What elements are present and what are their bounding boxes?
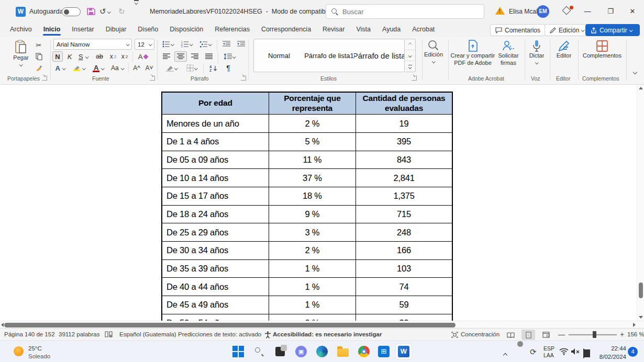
tab-referencias[interactable]: Referencias — [209, 23, 256, 36]
task-view-button[interactable] — [272, 344, 288, 359]
vertical-scroll-thumb[interactable] — [639, 282, 643, 298]
borders-button[interactable] — [183, 63, 200, 73]
pilcrow-button[interactable]: ¶ — [223, 63, 234, 73]
font-name-combo[interactable]: Arial Narrow — [53, 39, 132, 50]
decrease-indent-button[interactable] — [220, 39, 232, 49]
page-indicator[interactable]: Página 140 de 152 — [4, 329, 55, 341]
tray-expand-button[interactable] — [504, 349, 507, 359]
tab-inicio[interactable]: Inicio — [38, 23, 66, 36]
close-button[interactable]: ✕ — [621, 0, 644, 23]
justify-button[interactable] — [203, 51, 215, 62]
align-center-button[interactable] — [174, 51, 187, 62]
style-parrafo-de-lista[interactable]: Párrafo de lista — [354, 39, 404, 72]
copy-button[interactable] — [32, 51, 45, 62]
multilevel-list-button[interactable] — [198, 39, 214, 49]
restore-button[interactable]: ❐ — [599, 0, 622, 23]
focus-mode-button[interactable]: Concentración — [461, 329, 499, 341]
shading-button[interactable] — [163, 63, 180, 73]
horizontal-scroll-thumb[interactable] — [4, 323, 456, 327]
numbering-button[interactable]: 123 — [179, 39, 195, 49]
print-layout-button[interactable] — [521, 330, 535, 340]
vertical-scrollbar[interactable] — [637, 85, 644, 321]
document-area[interactable]: Por edad Porcentaje que representa Canti… — [0, 85, 644, 328]
scroll-down-arrow[interactable] — [639, 316, 643, 319]
subscript-button[interactable]: x2 — [108, 51, 118, 62]
accessibility-status[interactable]: Accesibilidad: es necesario investigar — [273, 329, 382, 341]
line-spacing-button[interactable] — [221, 51, 238, 62]
proofing-icon[interactable] — [105, 331, 113, 338]
warning-icon[interactable] — [495, 7, 505, 15]
wifi-icon[interactable] — [559, 348, 569, 355]
styles-dialog-launcher[interactable] — [412, 75, 417, 81]
tab-archivo[interactable]: Archivo — [4, 23, 38, 36]
bold-button[interactable]: N — [52, 51, 63, 62]
text-predictions[interactable]: Predicciones de texto: activado — [178, 329, 261, 341]
save-icon[interactable] — [87, 7, 95, 16]
grow-font-button[interactable]: A^ — [131, 63, 142, 73]
taskbar-search-button[interactable] — [251, 344, 267, 359]
zoom-out-button[interactable]: — — [558, 329, 565, 341]
change-case-button[interactable]: Aa — [109, 63, 126, 73]
scroll-right-arrow[interactable] — [633, 323, 636, 327]
bullets-button[interactable] — [160, 39, 176, 49]
edge-button[interactable] — [314, 344, 330, 359]
tab-insertar[interactable]: Insertar — [66, 23, 99, 36]
read-mode-button[interactable] — [504, 330, 517, 340]
zoom-slider[interactable] — [569, 334, 617, 335]
superscript-button[interactable]: x2 — [119, 51, 130, 62]
store-button[interactable]: ⊞ — [376, 344, 392, 359]
tab-ayuda[interactable]: Ayuda — [376, 23, 406, 36]
zoom-in-button[interactable]: + — [620, 329, 624, 341]
weather-text[interactable]: 25°C Soleado — [28, 345, 50, 360]
editor-button[interactable]: Editor — [552, 40, 576, 60]
styles-gallery-expand[interactable] — [405, 61, 415, 72]
styles-scroll-up[interactable] — [405, 39, 415, 50]
font-color-button[interactable]: A — [90, 63, 107, 73]
clipboard-dialog-launcher[interactable] — [42, 75, 47, 81]
clock[interactable]: 22:44 8/02/2024 — [597, 345, 626, 361]
word-taskbar-button[interactable]: W — [396, 344, 412, 359]
avatar[interactable]: EM — [537, 5, 549, 18]
cut-button[interactable]: ✂ — [32, 40, 45, 50]
style-parrafo-de-lista1[interactable]: Párrafo de lista1 — [304, 39, 354, 72]
chat-button[interactable]: ▣ — [293, 344, 309, 359]
battery-icon[interactable] — [583, 349, 584, 358]
clear-format-button[interactable]: A — [136, 51, 150, 62]
font-size-combo[interactable]: 12 — [135, 39, 154, 50]
sort-button[interactable]: AZ — [206, 63, 221, 73]
customize-toolbar-icon[interactable] — [134, 0, 139, 23]
horizontal-scrollbar[interactable] — [0, 321, 644, 328]
keyboard-language[interactable]: ESP LAA — [543, 345, 554, 359]
font-dialog-launcher[interactable] — [150, 75, 155, 81]
shrink-font-button[interactable]: A˅ — [143, 63, 155, 73]
scroll-up-arrow[interactable] — [639, 87, 643, 89]
tab-diseno[interactable]: Diseño — [132, 23, 164, 36]
styles-scroll-down[interactable] — [405, 50, 415, 61]
highlight-button[interactable] — [70, 63, 88, 73]
create-pdf-button[interactable]: Crear y compartir PDF de Adobe — [450, 40, 495, 67]
minimize-button[interactable]: — — [576, 0, 599, 23]
tab-acrobat[interactable]: Acrobat — [406, 23, 440, 36]
search-bar[interactable] — [326, 4, 484, 19]
mute-icon[interactable] — [571, 348, 580, 355]
undo-button[interactable]: ↺ — [99, 0, 110, 23]
find-menu-button[interactable]: Edición — [422, 40, 445, 62]
web-layout-button[interactable] — [539, 330, 553, 340]
tab-dibujar[interactable]: Dibujar — [100, 23, 132, 36]
language-indicator[interactable]: Español (Guatemala) — [119, 329, 176, 341]
user-name[interactable]: Elisa Mcal — [509, 0, 538, 23]
collapse-ribbon-button[interactable] — [629, 67, 641, 77]
format-painter-button[interactable] — [32, 63, 45, 73]
comments-button[interactable]: Comentarios — [490, 24, 546, 36]
word-count[interactable]: 39112 palabras — [59, 329, 99, 341]
zoom-level[interactable]: 156 % — [627, 329, 644, 341]
align-left-button[interactable] — [160, 51, 173, 62]
weather-widget[interactable] — [14, 346, 24, 356]
addins-button[interactable]: Complementos — [581, 40, 623, 60]
scroll-left-arrow[interactable] — [1, 323, 4, 327]
file-explorer-button[interactable] — [335, 344, 351, 359]
redo-button[interactable]: ↻ — [118, 0, 125, 23]
autosave-toggle[interactable] — [62, 7, 81, 16]
zoom-slider-thumb[interactable] — [593, 331, 596, 338]
tab-correspondencia[interactable]: Correspondencia — [256, 23, 317, 36]
